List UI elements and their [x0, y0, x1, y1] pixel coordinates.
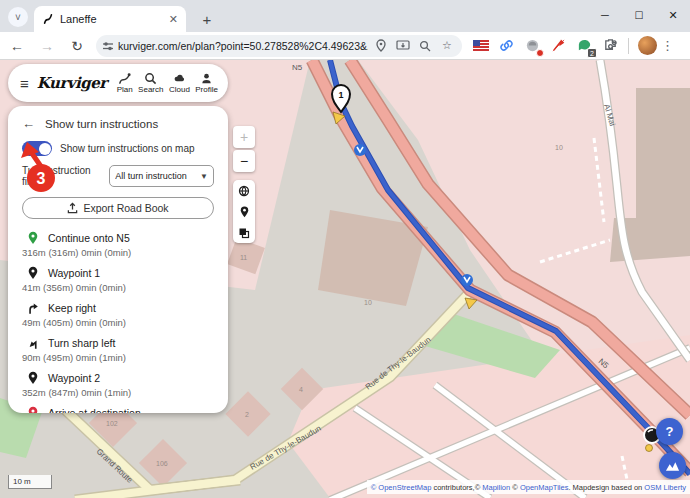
- elevation-chart-icon: [665, 460, 680, 472]
- instruction-row[interactable]: Continue onto N5 316m (316m) 0min (0min): [22, 229, 214, 262]
- instruction-row[interactable]: Keep right 49m (405m) 0min (0min): [22, 299, 214, 332]
- house-number: 106: [156, 460, 168, 467]
- house-number: 11: [240, 254, 247, 261]
- chat-extension-icon[interactable]: 2: [576, 37, 593, 54]
- pin-black-icon: [26, 370, 39, 385]
- nav-plan[interactable]: Plan: [117, 72, 133, 94]
- reload-button[interactable]: ↻: [64, 35, 90, 57]
- upload-icon: [67, 202, 78, 214]
- house-number: 102: [106, 420, 118, 427]
- house-number: 4: [299, 386, 303, 393]
- browser-tab[interactable]: Laneffe ✕: [34, 6, 186, 32]
- sharp-left-icon: [26, 335, 39, 350]
- tab-title: Laneffe: [60, 13, 163, 25]
- back-button[interactable]: ←: [4, 35, 30, 57]
- house-number: 10: [555, 144, 563, 151]
- window-minimize-button[interactable]: ─: [588, 0, 622, 30]
- map-features-button[interactable]: [233, 180, 255, 201]
- house-number: 10: [364, 299, 372, 306]
- osm-link[interactable]: © OpenStreetMap: [371, 483, 432, 492]
- layers-icon: [238, 227, 250, 239]
- zoom-in-button[interactable]: +: [233, 126, 255, 148]
- map-scale: 10 m: [8, 475, 52, 489]
- mapilion-link[interactable]: Mapilion: [482, 483, 510, 492]
- new-tab-button[interactable]: +: [196, 8, 218, 30]
- pin-icon: [239, 206, 250, 218]
- map-tool-stack: [233, 180, 255, 243]
- blocked-extension-icon[interactable]: [524, 37, 541, 54]
- openmaptiles-link[interactable]: OpenMapTiles: [520, 483, 569, 492]
- map-attribution: © OpenStreetMap contributors,© Mapilion …: [367, 480, 690, 494]
- extensions-puzzle-icon[interactable]: [602, 37, 619, 54]
- tab-search-button[interactable]: ˅: [8, 7, 28, 27]
- cloud-icon: [173, 72, 186, 85]
- profile-avatar[interactable]: [638, 36, 657, 55]
- back-icon[interactable]: ←: [22, 116, 35, 131]
- instruction-row[interactable]: Arrive at destination: [22, 404, 214, 413]
- show-instructions-toggle[interactable]: [22, 141, 52, 156]
- export-road-book-button[interactable]: Export Road Book: [22, 197, 214, 219]
- zoom-icon[interactable]: [416, 40, 434, 52]
- site-settings-icon[interactable]: [102, 40, 114, 52]
- layers-button[interactable]: [233, 222, 255, 243]
- location-icon[interactable]: [372, 39, 390, 52]
- house-number: 2: [245, 411, 249, 418]
- toggle-label: Show turn instructions on map: [60, 143, 195, 154]
- nav-search[interactable]: Search: [138, 72, 163, 94]
- flag-extension-icon[interactable]: [472, 37, 489, 54]
- kurviger-header: ≡ Kurviger Plan Search Cloud Profile: [8, 64, 228, 102]
- kurviger-favicon: [42, 13, 54, 25]
- browser-tab-strip: ˅ Laneffe ✕ + ─ ☐ ✕: [0, 0, 690, 32]
- browser-toolbar: ← → ↻ kurviger.com/en/plan?point=50.2785…: [0, 32, 690, 60]
- address-bar[interactable]: kurviger.com/en/plan?point=50.278528%2C4…: [96, 35, 462, 57]
- filter-label: Turn instruction filter: [22, 165, 109, 187]
- instruction-row[interactable]: Waypoint 1 41m (356m) 0min (0min): [22, 264, 214, 297]
- turn-dot-yellow: [646, 445, 653, 452]
- turn-chevron-blue: [354, 144, 366, 156]
- link-extension-icon[interactable]: [498, 37, 515, 54]
- kurviger-logo: Kurviger: [37, 74, 107, 92]
- route-icon: [118, 72, 131, 85]
- zoom-out-button[interactable]: −: [233, 150, 255, 172]
- pen-extension-icon[interactable]: [550, 37, 567, 54]
- help-button[interactable]: ?: [656, 418, 683, 445]
- svg-text:1: 1: [338, 90, 343, 100]
- poi-button[interactable]: [233, 201, 255, 222]
- pin-green-icon: [26, 230, 39, 245]
- pin-black-icon: [26, 265, 39, 280]
- road-label-n5-top: N5: [292, 63, 303, 72]
- extension-badge: 2: [587, 48, 597, 58]
- search-icon: [144, 72, 157, 85]
- turn-instructions-panel: ← Show turn instructions Show turn instr…: [8, 106, 228, 413]
- panel-title: Show turn instructions: [45, 118, 158, 130]
- forward-button[interactable]: →: [34, 35, 60, 57]
- person-icon: [200, 72, 213, 85]
- pin-red-icon: [26, 405, 39, 413]
- filter-value: All turn instruction: [115, 171, 197, 181]
- browser-menu-icon[interactable]: ⋮: [661, 38, 674, 53]
- grid-icon: [238, 185, 250, 197]
- instruction-row[interactable]: Waypoint 2 352m (847m) 0min (1min): [22, 369, 214, 402]
- nav-profile[interactable]: Profile: [195, 72, 218, 94]
- instruction-row[interactable]: Turn sharp left 90m (495m) 0min (1min): [22, 334, 214, 367]
- chevron-down-icon: ▼: [200, 172, 208, 181]
- nav-cloud[interactable]: Cloud: [169, 72, 190, 94]
- install-app-icon[interactable]: [394, 40, 412, 52]
- url-text[interactable]: kurviger.com/en/plan?point=50.278528%2C4…: [118, 40, 368, 52]
- osm-liberty-link[interactable]: OSM Liberty: [644, 483, 686, 492]
- turn-chevron-blue: [461, 274, 473, 286]
- turn-filter-dropdown[interactable]: All turn instruction ▼: [109, 165, 214, 187]
- window-close-button[interactable]: ✕: [656, 0, 690, 30]
- tab-close-icon[interactable]: ✕: [169, 13, 178, 26]
- menu-icon[interactable]: ≡: [20, 75, 29, 92]
- keep-right-icon: [26, 300, 39, 315]
- elevation-button[interactable]: [659, 452, 686, 479]
- bookmark-icon[interactable]: ☆: [438, 39, 456, 52]
- window-maximize-button[interactable]: ☐: [622, 0, 656, 30]
